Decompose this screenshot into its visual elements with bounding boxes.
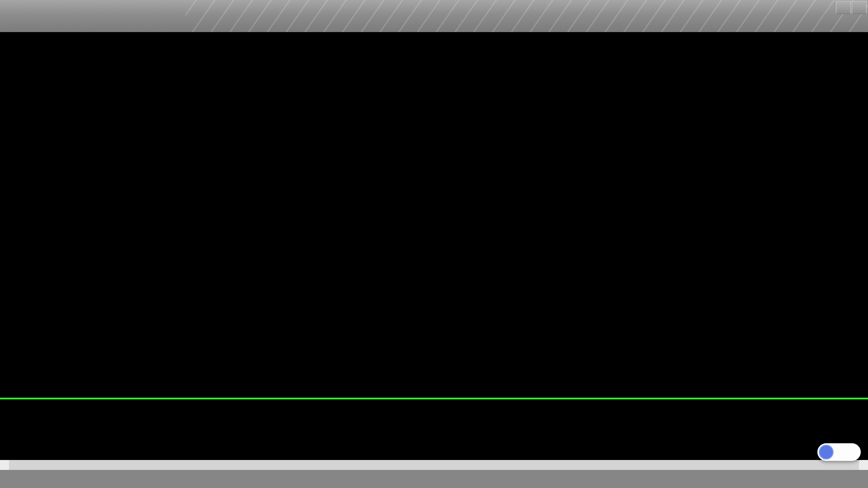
progress-circle	[819, 445, 834, 460]
nesting-canvas[interactable]	[0, 32, 868, 398]
horizontal-scrollbar[interactable]	[0, 460, 868, 470]
progress-badge	[817, 443, 861, 461]
status-bar	[0, 470, 868, 488]
toolbar	[0, 0, 868, 33]
main-window	[0, 0, 868, 488]
parts-strip	[0, 398, 868, 454]
minimize-button[interactable]	[836, 1, 851, 14]
close-button[interactable]	[852, 1, 867, 14]
scroll-right-arrow-icon[interactable]	[859, 460, 868, 470]
titlebar-texture	[185, 0, 868, 32]
scroll-left-arrow-icon[interactable]	[0, 460, 9, 470]
window-controls	[836, 1, 867, 14]
